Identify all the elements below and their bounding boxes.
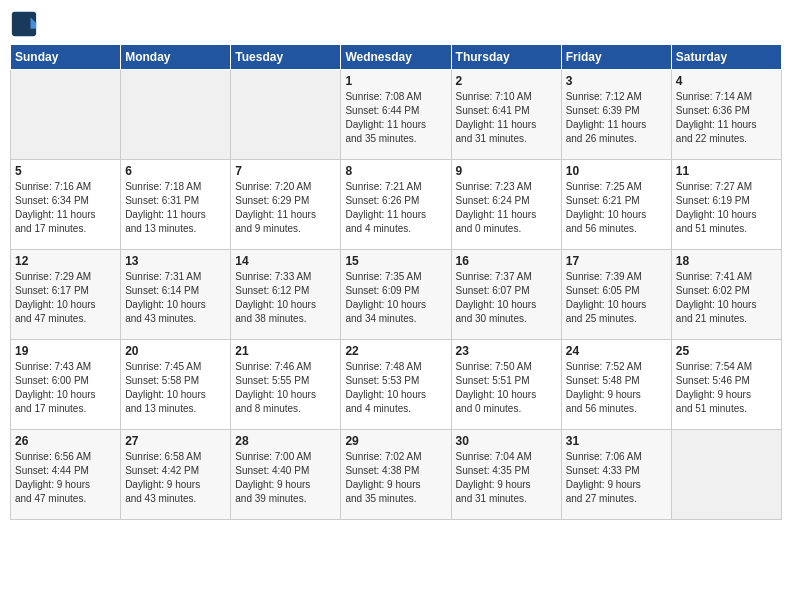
calendar-cell: 14Sunrise: 7:33 AM Sunset: 6:12 PM Dayli… — [231, 250, 341, 340]
day-info: Sunrise: 6:56 AM Sunset: 4:44 PM Dayligh… — [15, 450, 116, 506]
calendar-cell: 15Sunrise: 7:35 AM Sunset: 6:09 PM Dayli… — [341, 250, 451, 340]
calendar-cell: 26Sunrise: 6:56 AM Sunset: 4:44 PM Dayli… — [11, 430, 121, 520]
day-number: 18 — [676, 254, 777, 268]
day-info: Sunrise: 7:41 AM Sunset: 6:02 PM Dayligh… — [676, 270, 777, 326]
day-info: Sunrise: 7:06 AM Sunset: 4:33 PM Dayligh… — [566, 450, 667, 506]
day-number: 19 — [15, 344, 116, 358]
calendar-week-2: 5Sunrise: 7:16 AM Sunset: 6:34 PM Daylig… — [11, 160, 782, 250]
calendar-cell: 9Sunrise: 7:23 AM Sunset: 6:24 PM Daylig… — [451, 160, 561, 250]
day-info: Sunrise: 7:27 AM Sunset: 6:19 PM Dayligh… — [676, 180, 777, 236]
day-number: 11 — [676, 164, 777, 178]
day-header-wednesday: Wednesday — [341, 45, 451, 70]
day-number: 9 — [456, 164, 557, 178]
day-number: 13 — [125, 254, 226, 268]
calendar-cell — [671, 430, 781, 520]
day-number: 2 — [456, 74, 557, 88]
day-info: Sunrise: 7:18 AM Sunset: 6:31 PM Dayligh… — [125, 180, 226, 236]
calendar-cell: 8Sunrise: 7:21 AM Sunset: 6:26 PM Daylig… — [341, 160, 451, 250]
day-info: Sunrise: 7:02 AM Sunset: 4:38 PM Dayligh… — [345, 450, 446, 506]
svg-marker-2 — [31, 23, 37, 29]
calendar-cell: 21Sunrise: 7:46 AM Sunset: 5:55 PM Dayli… — [231, 340, 341, 430]
day-info: Sunrise: 7:21 AM Sunset: 6:26 PM Dayligh… — [345, 180, 446, 236]
day-number: 15 — [345, 254, 446, 268]
calendar-cell: 4Sunrise: 7:14 AM Sunset: 6:36 PM Daylig… — [671, 70, 781, 160]
day-number: 31 — [566, 434, 667, 448]
day-info: Sunrise: 7:37 AM Sunset: 6:07 PM Dayligh… — [456, 270, 557, 326]
day-number: 24 — [566, 344, 667, 358]
calendar-cell: 5Sunrise: 7:16 AM Sunset: 6:34 PM Daylig… — [11, 160, 121, 250]
day-number: 14 — [235, 254, 336, 268]
day-number: 29 — [345, 434, 446, 448]
day-info: Sunrise: 7:23 AM Sunset: 6:24 PM Dayligh… — [456, 180, 557, 236]
calendar-cell: 17Sunrise: 7:39 AM Sunset: 6:05 PM Dayli… — [561, 250, 671, 340]
day-number: 26 — [15, 434, 116, 448]
day-header-monday: Monday — [121, 45, 231, 70]
day-info: Sunrise: 7:35 AM Sunset: 6:09 PM Dayligh… — [345, 270, 446, 326]
day-info: Sunrise: 7:10 AM Sunset: 6:41 PM Dayligh… — [456, 90, 557, 146]
calendar-cell: 13Sunrise: 7:31 AM Sunset: 6:14 PM Dayli… — [121, 250, 231, 340]
calendar-cell: 1Sunrise: 7:08 AM Sunset: 6:44 PM Daylig… — [341, 70, 451, 160]
day-header-friday: Friday — [561, 45, 671, 70]
day-info: Sunrise: 7:52 AM Sunset: 5:48 PM Dayligh… — [566, 360, 667, 416]
day-number: 12 — [15, 254, 116, 268]
day-info: Sunrise: 7:50 AM Sunset: 5:51 PM Dayligh… — [456, 360, 557, 416]
calendar-cell: 10Sunrise: 7:25 AM Sunset: 6:21 PM Dayli… — [561, 160, 671, 250]
day-info: Sunrise: 7:14 AM Sunset: 6:36 PM Dayligh… — [676, 90, 777, 146]
calendar-cell: 12Sunrise: 7:29 AM Sunset: 6:17 PM Dayli… — [11, 250, 121, 340]
day-number: 30 — [456, 434, 557, 448]
day-info: Sunrise: 7:45 AM Sunset: 5:58 PM Dayligh… — [125, 360, 226, 416]
day-number: 28 — [235, 434, 336, 448]
day-info: Sunrise: 7:29 AM Sunset: 6:17 PM Dayligh… — [15, 270, 116, 326]
calendar-cell: 3Sunrise: 7:12 AM Sunset: 6:39 PM Daylig… — [561, 70, 671, 160]
calendar-cell — [231, 70, 341, 160]
day-number: 20 — [125, 344, 226, 358]
day-info: Sunrise: 7:12 AM Sunset: 6:39 PM Dayligh… — [566, 90, 667, 146]
page-header — [10, 10, 782, 38]
day-number: 1 — [345, 74, 446, 88]
day-number: 21 — [235, 344, 336, 358]
day-info: Sunrise: 7:46 AM Sunset: 5:55 PM Dayligh… — [235, 360, 336, 416]
calendar-cell: 16Sunrise: 7:37 AM Sunset: 6:07 PM Dayli… — [451, 250, 561, 340]
calendar-cell: 18Sunrise: 7:41 AM Sunset: 6:02 PM Dayli… — [671, 250, 781, 340]
day-info: Sunrise: 7:04 AM Sunset: 4:35 PM Dayligh… — [456, 450, 557, 506]
day-info: Sunrise: 7:20 AM Sunset: 6:29 PM Dayligh… — [235, 180, 336, 236]
calendar-cell: 28Sunrise: 7:00 AM Sunset: 4:40 PM Dayli… — [231, 430, 341, 520]
day-info: Sunrise: 6:58 AM Sunset: 4:42 PM Dayligh… — [125, 450, 226, 506]
calendar-body: 1Sunrise: 7:08 AM Sunset: 6:44 PM Daylig… — [11, 70, 782, 520]
calendar-cell: 31Sunrise: 7:06 AM Sunset: 4:33 PM Dayli… — [561, 430, 671, 520]
day-header-tuesday: Tuesday — [231, 45, 341, 70]
calendar-cell: 27Sunrise: 6:58 AM Sunset: 4:42 PM Dayli… — [121, 430, 231, 520]
day-header-thursday: Thursday — [451, 45, 561, 70]
calendar-cell — [121, 70, 231, 160]
day-number: 22 — [345, 344, 446, 358]
day-number: 3 — [566, 74, 667, 88]
calendar-week-4: 19Sunrise: 7:43 AM Sunset: 6:00 PM Dayli… — [11, 340, 782, 430]
day-info: Sunrise: 7:48 AM Sunset: 5:53 PM Dayligh… — [345, 360, 446, 416]
logo — [10, 10, 42, 38]
calendar-cell: 24Sunrise: 7:52 AM Sunset: 5:48 PM Dayli… — [561, 340, 671, 430]
calendar-cell: 30Sunrise: 7:04 AM Sunset: 4:35 PM Dayli… — [451, 430, 561, 520]
day-number: 25 — [676, 344, 777, 358]
day-info: Sunrise: 7:25 AM Sunset: 6:21 PM Dayligh… — [566, 180, 667, 236]
day-info: Sunrise: 7:43 AM Sunset: 6:00 PM Dayligh… — [15, 360, 116, 416]
day-number: 8 — [345, 164, 446, 178]
day-number: 27 — [125, 434, 226, 448]
day-number: 10 — [566, 164, 667, 178]
day-header-saturday: Saturday — [671, 45, 781, 70]
calendar-cell: 7Sunrise: 7:20 AM Sunset: 6:29 PM Daylig… — [231, 160, 341, 250]
day-info: Sunrise: 7:39 AM Sunset: 6:05 PM Dayligh… — [566, 270, 667, 326]
calendar-cell: 19Sunrise: 7:43 AM Sunset: 6:00 PM Dayli… — [11, 340, 121, 430]
calendar-week-1: 1Sunrise: 7:08 AM Sunset: 6:44 PM Daylig… — [11, 70, 782, 160]
day-number: 17 — [566, 254, 667, 268]
logo-icon — [10, 10, 38, 38]
day-number: 4 — [676, 74, 777, 88]
calendar-cell — [11, 70, 121, 160]
day-number: 7 — [235, 164, 336, 178]
calendar-week-3: 12Sunrise: 7:29 AM Sunset: 6:17 PM Dayli… — [11, 250, 782, 340]
day-info: Sunrise: 7:16 AM Sunset: 6:34 PM Dayligh… — [15, 180, 116, 236]
day-number: 5 — [15, 164, 116, 178]
day-info: Sunrise: 7:33 AM Sunset: 6:12 PM Dayligh… — [235, 270, 336, 326]
day-info: Sunrise: 7:31 AM Sunset: 6:14 PM Dayligh… — [125, 270, 226, 326]
day-number: 23 — [456, 344, 557, 358]
calendar-cell: 23Sunrise: 7:50 AM Sunset: 5:51 PM Dayli… — [451, 340, 561, 430]
